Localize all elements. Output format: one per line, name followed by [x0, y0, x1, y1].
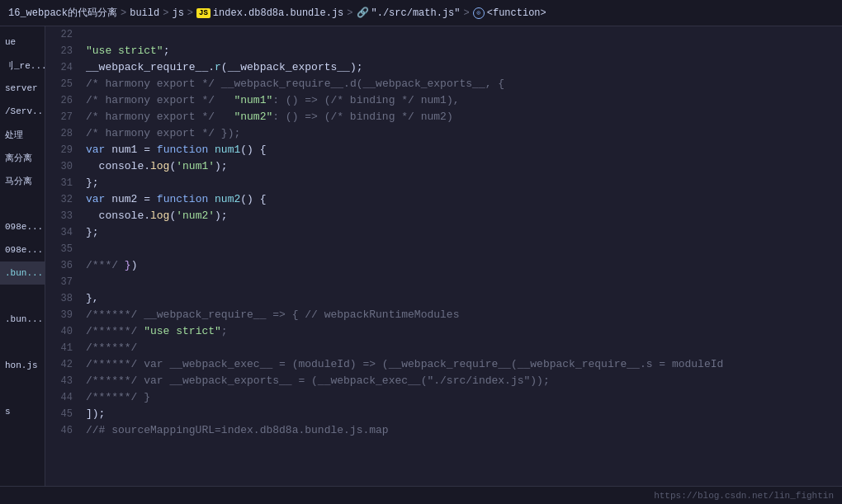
line-content: //# sourceMappingURL=index.db8d8a.bundle… [83, 422, 842, 439]
line-number: 37 [45, 274, 83, 290]
line-row: 38}, [45, 290, 842, 307]
line-row: 23"use strict"; [45, 43, 842, 59]
sidebar-item-16[interactable]: s [0, 400, 45, 423]
status-url: https://blog.csdn.net/lin_fightin [654, 491, 834, 501]
line-number: 27 [45, 109, 83, 125]
sep3: > [187, 7, 193, 19]
sidebar-item-11[interactable] [0, 285, 45, 308]
line-content: /******/ "use strict"; [83, 323, 842, 340]
line-content: console.log('num1'); [83, 158, 842, 175]
line-number: 41 [45, 340, 83, 356]
line-content: /* harmony export */ "num2": () => (/* b… [83, 109, 842, 125]
line-row: 37 [45, 274, 842, 290]
line-content [83, 241, 842, 257]
line-number: 30 [45, 158, 83, 175]
breadcrumb-folder[interactable]: 16_webpack的代码分离 [8, 6, 117, 20]
line-content: console.log('num2'); [83, 208, 842, 224]
line-number: 31 [45, 175, 83, 191]
sidebar-item-10[interactable]: .bun... [0, 261, 45, 285]
line-row: 43/******/ var __webpack_exports__ = (__… [45, 373, 842, 389]
line-content [83, 274, 842, 290]
line-row: 39/******/ __webpack_require__ => { // w… [45, 307, 842, 323]
sidebar-item-6[interactable]: 马分离 [0, 169, 45, 192]
line-row: 26/* harmony export */ "num1": () => (/*… [45, 92, 842, 109]
sep2: > [163, 7, 168, 19]
line-content: /* harmony export */ }); [83, 125, 842, 142]
sidebar-item-12[interactable]: .bun... [0, 308, 45, 331]
line-content: }, [83, 290, 842, 307]
line-row: 41/******/ [45, 340, 842, 356]
line-number: 46 [45, 422, 83, 439]
line-number: 36 [45, 257, 83, 274]
function-icon: ⊙ [473, 7, 485, 19]
line-row: 36/***/ }) [45, 257, 842, 274]
line-content: /******/ [83, 340, 842, 356]
code-area[interactable]: 22 23"use strict";24__webpack_require__.… [45, 26, 842, 486]
sep5: > [464, 7, 470, 19]
sidebar-item-8[interactable]: 098e... [0, 215, 45, 238]
sep4: > [347, 7, 352, 19]
line-number: 24 [45, 59, 83, 76]
main-layout: ue 刂_re... server /Serv... 处理 离分离 马分离 09… [0, 26, 842, 486]
sidebar-item-13[interactable] [0, 331, 45, 354]
breadcrumb-file[interactable]: index.db8d8a.bundle.js [213, 7, 343, 19]
line-number: 43 [45, 373, 83, 389]
sidebar-item-4[interactable]: 处理 [0, 123, 45, 146]
line-number: 34 [45, 224, 83, 241]
line-content: /******/ var __webpack_exports__ = (__we… [83, 373, 842, 389]
line-row: 24__webpack_require__.r(__webpack_export… [45, 59, 842, 76]
line-row: 45]); [45, 406, 842, 422]
sidebar-item-7[interactable] [0, 192, 45, 215]
line-content: /******/ var __webpack_exec__ = (moduleI… [83, 356, 842, 373]
line-number: 45 [45, 406, 83, 422]
line-number: 28 [45, 125, 83, 142]
line-content: }; [83, 175, 842, 191]
sidebar-item-5[interactable]: 离分离 [0, 146, 45, 169]
breadcrumb-build[interactable]: build [130, 7, 159, 19]
line-row: 35 [45, 241, 842, 257]
line-number: 38 [45, 290, 83, 307]
js-file-icon: JS [196, 8, 210, 18]
line-row: 29var num1 = function num1() { [45, 142, 842, 158]
line-content: /* harmony export */ "num1": () => (/* b… [83, 92, 842, 109]
line-number: 26 [45, 92, 83, 109]
line-number: 23 [45, 43, 83, 59]
line-row: 33 console.log('num2'); [45, 208, 842, 224]
line-row: 40/******/ "use strict"; [45, 323, 842, 340]
line-row: 22 [45, 26, 842, 43]
line-number: 42 [45, 356, 83, 373]
breadcrumb-js[interactable]: js [172, 7, 183, 19]
code-lines: 22 23"use strict";24__webpack_require__.… [45, 26, 842, 439]
line-number: 25 [45, 76, 83, 92]
line-content: "use strict"; [83, 43, 842, 59]
sidebar-item-15[interactable] [0, 377, 45, 400]
breadcrumb-math[interactable]: "./src/math.js" [371, 7, 461, 19]
line-number: 33 [45, 208, 83, 224]
line-row: 44/******/ } [45, 389, 842, 406]
line-number: 32 [45, 191, 83, 208]
line-number: 39 [45, 307, 83, 323]
line-row: 42/******/ var __webpack_exec__ = (modul… [45, 356, 842, 373]
sidebar-item-1[interactable]: 刂_re... [0, 54, 45, 77]
sidebar-item-2[interactable]: server [0, 77, 45, 100]
line-number: 29 [45, 142, 83, 158]
line-row: 30 console.log('num1'); [45, 158, 842, 175]
line-number: 44 [45, 389, 83, 406]
folder-icon: 🔗 [357, 7, 369, 19]
line-row: 31}; [45, 175, 842, 191]
sidebar-item-0[interactable]: ue [0, 31, 45, 54]
line-row: 28/* harmony export */ }); [45, 125, 842, 142]
sep1: > [121, 7, 126, 19]
line-row: 46//# sourceMappingURL=index.db8d8a.bund… [45, 422, 842, 439]
sidebar-item-3[interactable]: /Serv... [0, 100, 45, 123]
sidebar-item-9[interactable]: 098e... [0, 238, 45, 261]
line-content: __webpack_require__.r(__webpack_exports_… [83, 59, 842, 76]
sidebar-item-14[interactable]: hon.js [0, 354, 45, 377]
breadcrumb: 16_webpack的代码分离 > build > js > JSindex.d… [0, 0, 842, 26]
line-number: 35 [45, 241, 83, 257]
code-editor[interactable]: 22 23"use strict";24__webpack_require__.… [45, 26, 842, 486]
status-bar: https://blog.csdn.net/lin_fightin [0, 486, 842, 504]
line-row: 27/* harmony export */ "num2": () => (/*… [45, 109, 842, 125]
line-number: 22 [45, 26, 83, 43]
breadcrumb-func[interactable]: <function> [487, 7, 546, 19]
